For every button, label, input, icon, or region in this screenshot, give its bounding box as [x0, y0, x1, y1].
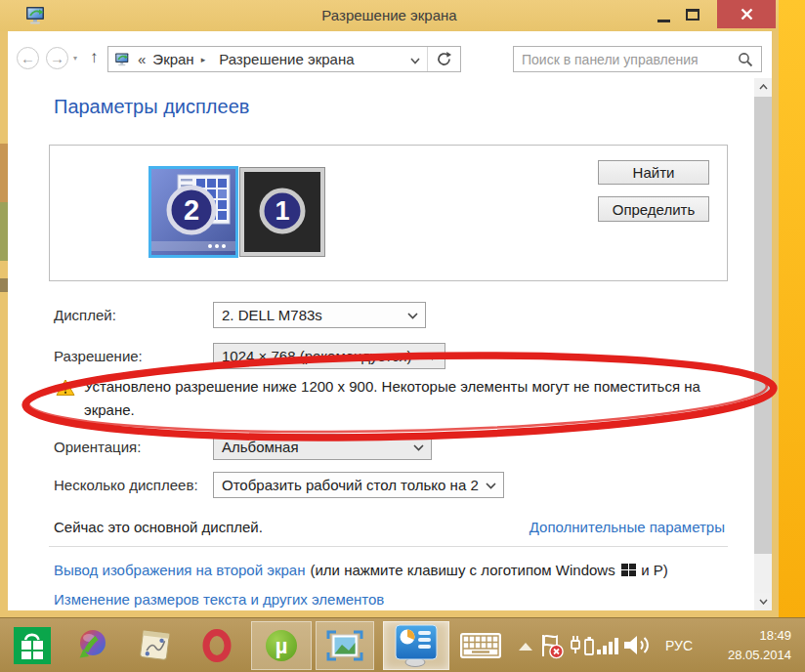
- resolution-value: 1024 × 768 (рекомендуется): [222, 348, 412, 364]
- language-indicator[interactable]: РУС: [659, 618, 699, 672]
- back-button[interactable]: ←: [17, 47, 39, 69]
- windows-logo-icon: [621, 564, 637, 577]
- window-border-right: [772, 31, 779, 617]
- up-button[interactable]: ↑: [90, 48, 99, 67]
- clock-time: 18:49: [728, 626, 791, 646]
- second-screen-link[interactable]: Вывод изображения на второй экран: [54, 562, 305, 578]
- warning-icon: [56, 379, 75, 400]
- breadcrumb-item-resolution[interactable]: Разрешение экрана: [219, 51, 354, 67]
- minimize-button[interactable]: [649, 0, 678, 29]
- taskbar: µ: [0, 617, 805, 672]
- refresh-button[interactable]: [428, 47, 460, 71]
- multiple-displays-dropdown[interactable]: Отобразить рабочий стол только на 2: [213, 472, 504, 498]
- utorrent-glyph: µ: [275, 634, 288, 658]
- chevron-down-icon: [413, 444, 424, 451]
- resolution-warning-text: Установлено разрешение ниже 1200 x 900. …: [84, 375, 714, 422]
- breadcrumb-item-screen[interactable]: Экран: [152, 51, 193, 67]
- monitor-1[interactable]: 1: [240, 168, 324, 256]
- display-value: 2. DELL M783s: [222, 307, 322, 323]
- display-label: Дисплей:: [54, 307, 116, 323]
- action-center-flag-icon[interactable]: [538, 632, 565, 659]
- breadcrumb-display-icon: [114, 52, 131, 67]
- monitor-2-number: 2: [184, 194, 199, 226]
- windows-store-icon[interactable]: [14, 627, 51, 664]
- volume-icon[interactable]: [623, 634, 652, 656]
- chevron-down-icon: [427, 354, 438, 360]
- settings-content: Параметры дисплеев 2: [8, 78, 754, 610]
- title-bar[interactable]: Разрешение экрана: [0, 0, 779, 31]
- breadcrumb[interactable]: « Экран ▸ Разрешение экрана: [107, 46, 461, 72]
- scrollbar[interactable]: [754, 78, 772, 610]
- screen-resolution-taskbar-icon[interactable]: [383, 621, 449, 670]
- window-border-bottom: [0, 610, 779, 617]
- chevron-down-icon: [759, 599, 768, 605]
- second-screen-hint: (или нажмите клавишу с логотипом Windows: [310, 562, 614, 578]
- power-battery-icon[interactable]: [569, 634, 595, 658]
- search-input[interactable]: [514, 52, 736, 67]
- project-to-second-screen-line: Вывод изображения на второй экран (или н…: [54, 562, 668, 578]
- chevron-down-icon: [407, 313, 418, 319]
- find-button[interactable]: Найти: [598, 160, 709, 185]
- notes-app-icon[interactable]: [137, 627, 173, 663]
- resolution-label: Разрешение:: [54, 348, 143, 364]
- desktop-icon-glimpse: [0, 202, 8, 261]
- touch-keyboard-icon[interactable]: [459, 632, 502, 659]
- desktop-icon-glimpse: [0, 278, 8, 292]
- download-manager-icon[interactable]: [74, 628, 109, 663]
- window-border-left: [0, 31, 8, 617]
- address-dropdown-button[interactable]: [403, 51, 427, 67]
- search-icon[interactable]: [738, 52, 753, 67]
- orientation-label: Ориентация:: [54, 439, 141, 455]
- chevron-up-icon: [759, 84, 768, 90]
- breadcrumb-collapsed-icon[interactable]: «: [138, 51, 146, 67]
- multiple-displays-value: Отобразить рабочий стол только на 2: [222, 477, 479, 493]
- advanced-settings-link[interactable]: Дополнительные параметры: [530, 519, 725, 535]
- close-button[interactable]: [717, 0, 776, 28]
- page-title: Параметры дисплеев: [54, 96, 249, 118]
- show-hidden-icons-chevron[interactable]: [519, 643, 532, 651]
- recent-pages-chevron-icon[interactable]: ▾: [73, 54, 77, 63]
- scrollbar-thumb[interactable]: [754, 97, 772, 554]
- orientation-value: Альбомная: [222, 439, 299, 455]
- divider: [49, 546, 728, 547]
- text-size-link[interactable]: Изменение размеров текста и других элеме…: [54, 591, 384, 608]
- search-box[interactable]: [513, 46, 762, 72]
- maximize-icon: [686, 9, 699, 21]
- navigation-bar: ← → ▾ ↑ « Экран ▸ Разрешение экрана: [8, 31, 772, 78]
- chevron-down-icon: [486, 483, 496, 489]
- utorrent-icon[interactable]: µ: [251, 621, 312, 670]
- opera-browser-icon[interactable]: [200, 629, 233, 662]
- orientation-dropdown[interactable]: Альбомная: [213, 434, 432, 460]
- refresh-icon: [436, 51, 452, 67]
- breadcrumb-separator-icon[interactable]: ▸: [201, 55, 206, 64]
- maximize-button[interactable]: [678, 0, 707, 29]
- clock[interactable]: 18:49 28.05.2014: [728, 626, 791, 664]
- chevron-down-icon: [410, 58, 420, 64]
- primary-display-note: Сейчас это основной дисплей.: [54, 519, 263, 535]
- scroll-up-button[interactable]: [754, 78, 772, 96]
- close-icon: [741, 8, 753, 21]
- monitor-2-selected[interactable]: 2: [148, 166, 238, 258]
- desktop: { "window": { "title": "Разрешение экран…: [0, 0, 805, 672]
- scroll-down-button[interactable]: [754, 593, 772, 610]
- forward-button[interactable]: →: [46, 47, 68, 69]
- network-signal-icon[interactable]: [597, 637, 619, 654]
- monitor-1-number: 1: [275, 196, 289, 226]
- screen-resolution-window: Разрешение экрана ← → ▾ ↑: [0, 0, 779, 617]
- resolution-dropdown[interactable]: 1024 × 768 (рекомендуется): [213, 343, 445, 369]
- minimize-icon: [657, 20, 670, 22]
- multiple-displays-label: Несколько дисплеев:: [54, 477, 198, 493]
- identify-button[interactable]: Определить: [598, 196, 709, 222]
- clock-date: 28.05.2014: [728, 646, 791, 665]
- photo-viewer-icon[interactable]: [316, 621, 374, 670]
- second-screen-hint-end: и P): [641, 562, 668, 578]
- display-dropdown[interactable]: 2. DELL M783s: [213, 302, 426, 328]
- desktop-icon-glimpse: [0, 144, 8, 202]
